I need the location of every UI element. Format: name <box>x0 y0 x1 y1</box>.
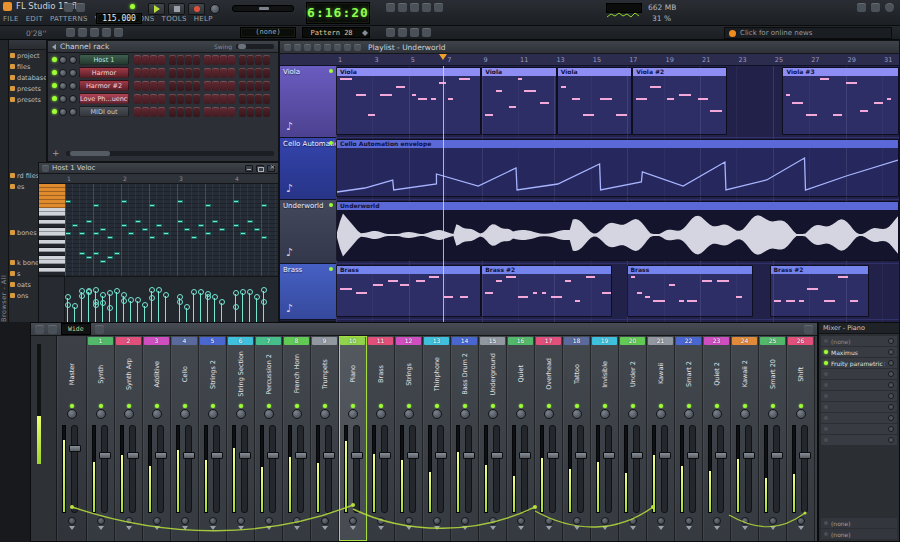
channel-enable-led[interactable] <box>52 70 57 75</box>
strip-pan-knob[interactable] <box>171 409 198 421</box>
fader-track[interactable] <box>577 425 584 513</box>
route-arrow-icon[interactable] <box>182 526 188 530</box>
menu-edit[interactable]: EDIT <box>26 15 43 23</box>
strip-pan-knob[interactable] <box>507 409 534 421</box>
step-cell[interactable] <box>255 94 262 104</box>
step-cell[interactable] <box>255 55 262 65</box>
fader-handle[interactable] <box>155 452 167 459</box>
step-cell[interactable] <box>239 55 246 65</box>
step-cell[interactable] <box>239 107 246 117</box>
note[interactable] <box>184 228 190 231</box>
piano-roll-titlebar[interactable]: Host 1 Veloc <box>39 163 278 174</box>
step-cell[interactable] <box>142 81 149 91</box>
step-cell[interactable] <box>185 107 192 117</box>
note[interactable] <box>79 252 85 255</box>
step-cell[interactable] <box>239 81 246 91</box>
route-arrow-icon[interactable] <box>630 526 636 530</box>
note[interactable] <box>205 232 211 235</box>
route-arrow-icon[interactable] <box>742 526 748 530</box>
step-cell[interactable] <box>158 68 165 78</box>
fader-handle[interactable] <box>519 452 531 459</box>
step-cell[interactable] <box>239 68 246 78</box>
effect-slot-8[interactable] <box>821 413 897 423</box>
effect-slot-6[interactable] <box>821 391 897 401</box>
playlist-grid[interactable]: ViolaViolaViolaViola #2Viola #3Cello Aut… <box>336 66 899 322</box>
playlist-track-row[interactable]: ViolaViolaViolaViola #2Viola #3 <box>336 66 899 138</box>
effect-slot-4[interactable] <box>821 369 897 379</box>
track-header[interactable]: Brass♪ <box>280 264 336 320</box>
piano-roll-window-icon[interactable] <box>398 3 407 12</box>
swing-slider[interactable] <box>236 44 274 49</box>
mixer-options-icon[interactable] <box>95 325 104 334</box>
note[interactable] <box>72 224 78 227</box>
velocity-stem[interactable] <box>151 299 152 322</box>
velocity-stem[interactable] <box>88 293 89 322</box>
track-number-tab[interactable]: 2 <box>116 337 141 345</box>
mixer-strip-quiet[interactable]: 16Quiet <box>507 336 535 541</box>
step-cell[interactable] <box>204 55 211 65</box>
note[interactable] <box>198 224 204 227</box>
playlist-track-row[interactable]: Underworld <box>336 200 899 264</box>
fader-track[interactable] <box>717 425 724 513</box>
note[interactable] <box>93 204 99 207</box>
touch-keyboard-icon[interactable] <box>410 28 419 37</box>
velocity-stem[interactable] <box>81 297 82 322</box>
step-cell[interactable] <box>220 107 227 117</box>
step-cell[interactable] <box>212 55 219 65</box>
fader-track[interactable] <box>661 425 668 513</box>
send-knob[interactable] <box>741 517 749 525</box>
route-arrow-icon[interactable] <box>154 526 160 530</box>
step-cell[interactable] <box>169 68 176 78</box>
fader-track[interactable] <box>745 425 752 513</box>
mixer-strip-tattoo[interactable]: 18Tattoo <box>563 336 591 541</box>
step-cell[interactable] <box>142 68 149 78</box>
step-cell[interactable] <box>204 107 211 117</box>
menu-help[interactable]: HELP <box>194 15 213 23</box>
send-knob[interactable] <box>685 517 693 525</box>
effect-slot-3[interactable]: Fruity parametric EQ 2 <box>821 358 897 368</box>
track-number-tab[interactable]: 1 <box>88 337 113 345</box>
step-cell[interactable] <box>263 94 270 104</box>
velocity-stem[interactable] <box>123 302 124 322</box>
route-arrow-icon[interactable] <box>602 526 608 530</box>
track-number-tab[interactable]: 8 <box>284 337 309 345</box>
track-number-tab[interactable]: 19 <box>592 337 617 345</box>
step-cell[interactable] <box>247 81 254 91</box>
send-knob[interactable] <box>573 517 581 525</box>
velocity-stem[interactable] <box>116 292 117 322</box>
notes-clip[interactable]: Brass <box>627 265 753 317</box>
note[interactable] <box>135 220 141 223</box>
track-number-tab[interactable]: 12 <box>396 337 421 345</box>
slot-led[interactable] <box>824 394 828 398</box>
velocity-stem[interactable] <box>130 301 131 322</box>
step-cell[interactable] <box>204 81 211 91</box>
fader-track[interactable] <box>493 425 500 513</box>
track-number-tab[interactable]: 10 <box>340 337 365 345</box>
note[interactable] <box>65 232 71 235</box>
route-arrow-icon[interactable] <box>69 526 75 530</box>
track-number-tab[interactable]: 5 <box>200 337 225 345</box>
step-cell[interactable] <box>150 68 157 78</box>
audio-output-select[interactable]: (none) <box>821 529 897 539</box>
channel-volume-knob[interactable] <box>69 56 77 64</box>
slice-tool-icon[interactable] <box>334 44 341 51</box>
fader-track[interactable] <box>437 425 444 513</box>
velocity-stem[interactable] <box>137 301 138 322</box>
note[interactable] <box>261 204 267 207</box>
fader-handle[interactable] <box>379 452 391 459</box>
note[interactable] <box>100 228 106 231</box>
piano-roll-grid[interactable] <box>65 184 278 276</box>
channel-enable-led[interactable] <box>52 96 57 101</box>
audio-input-select[interactable]: (none) <box>821 518 897 528</box>
fader-handle[interactable] <box>295 452 307 459</box>
note[interactable] <box>65 200 71 203</box>
track-number-tab[interactable]: 23 <box>704 337 729 345</box>
notes-clip[interactable]: Viola #2 <box>632 67 727 135</box>
track-header[interactable]: Cello Automation♪ <box>280 138 336 200</box>
track-number-tab[interactable]: 6 <box>228 337 253 345</box>
fader-track[interactable] <box>409 425 416 513</box>
note[interactable] <box>240 232 246 235</box>
multilink-icon[interactable] <box>398 28 407 37</box>
step-cell[interactable] <box>134 107 141 117</box>
recording-mode-icon[interactable] <box>66 28 75 37</box>
